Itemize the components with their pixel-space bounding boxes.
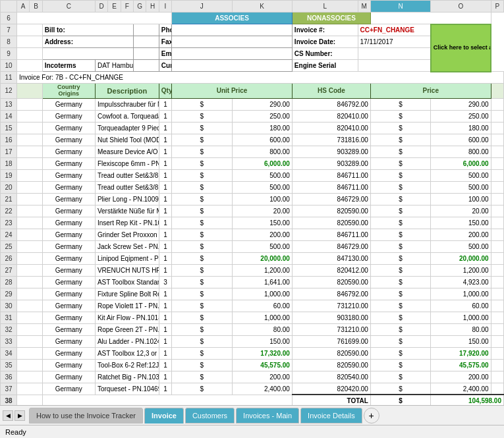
item-qty: 1: [159, 240, 171, 252]
row-9: 9: [1, 48, 17, 60]
row-num: 36: [1, 371, 17, 383]
row-num: 14: [1, 110, 17, 122]
table-row: 16 Germany Nut Shield Tool (MOD 6) - PN.…: [1, 134, 504, 146]
item-country: Germany: [42, 217, 95, 229]
item-description: Nut Shield Tool (MOD 6) - PN.1009562: [95, 134, 159, 146]
item-dollar1: $: [172, 335, 232, 347]
add-sheet-button[interactable]: +: [364, 408, 379, 424]
tab-invoice-details[interactable]: Invoice Details: [300, 408, 362, 424]
row-num: 32: [1, 323, 17, 335]
item-unit-price: 500.00: [232, 240, 292, 252]
item-dollar2: $: [370, 264, 430, 276]
item-country: Germany: [42, 169, 95, 181]
item-dollar1: $: [172, 229, 232, 240]
item-hs-code: 731210.00: [292, 323, 370, 335]
item-hs-code: 820590.00: [292, 276, 370, 288]
item-unit-price: 100.00: [232, 193, 292, 205]
item-dollar2: $: [370, 252, 430, 264]
tab-how-to[interactable]: How to use the Invoice Tracker: [29, 408, 143, 424]
item-country: Germany: [42, 347, 95, 359]
item-unit-price: 200.00: [232, 229, 292, 240]
table-row: 26 Germany Linipod Eqipment - PN.1013216…: [1, 252, 504, 264]
row-num: 18: [1, 157, 17, 169]
item-dollar1: $: [172, 110, 232, 122]
col-header-n: N: [370, 1, 430, 13]
item-qty: 1: [159, 122, 171, 134]
item-unit-price: 1,200.00: [232, 264, 292, 276]
item-description: Flexiscope 6mm - PN.1009628: [95, 157, 159, 169]
item-country: Germany: [42, 146, 95, 157]
item-price: 180.00: [431, 122, 491, 134]
email-label: Email:: [159, 48, 171, 60]
row-num: 37: [1, 383, 17, 395]
item-qty: 1: [159, 157, 171, 169]
table-row: 33 Germany Alu Ladder - PN.1024227 1 $ 1…: [1, 335, 504, 347]
item-qty: 1: [159, 134, 171, 146]
col-header-e: E: [108, 1, 121, 13]
table-row: 36 Germany Ratchet Big - PN.1030893 1 $ …: [1, 371, 504, 383]
item-qty: 1: [159, 264, 171, 276]
row-num: 28: [1, 276, 17, 288]
item-unit-price: 150.00: [232, 217, 292, 229]
cs-num-label: CS Number:: [292, 48, 358, 60]
item-dollar1: $: [172, 181, 232, 193]
col-header-o: O: [431, 1, 491, 13]
item-hs-code: 846792.00: [292, 98, 370, 110]
item-description: AST Toolbox 12,3 or 4 - PN.1025162: [95, 347, 159, 359]
item-unit-price: 200.00: [232, 371, 292, 383]
item-price: 60.00: [431, 300, 491, 312]
invoice-date-value: 17/11/2017: [358, 36, 431, 48]
item-price: 290.00: [431, 98, 491, 110]
item-hs-code: 846729.00: [292, 193, 370, 205]
item-dollar1: $: [172, 383, 232, 395]
item-country: Germany: [42, 229, 95, 240]
item-price: 2,400.00: [431, 383, 491, 395]
tab-bar: ◀ ▶ How to use the Invoice Tracker Invoi…: [0, 405, 504, 425]
item-description: Linipod Eqipment - PN.1013216: [95, 252, 159, 264]
row-num: 24: [1, 229, 17, 240]
item-qty: 1: [159, 229, 171, 240]
fax-label: Fax:: [159, 36, 171, 48]
table-row: 27 Germany VRENUCH NUTS HPTR TO HPCR - P…: [1, 264, 504, 276]
item-dollar2: $: [370, 157, 430, 169]
item-dollar1: $: [172, 276, 232, 288]
col-header-qty: Qty: [159, 84, 171, 99]
item-hs-code: 820410.00: [292, 122, 370, 134]
item-country: Germany: [42, 264, 95, 276]
bill-to-label: Bill to:: [42, 24, 133, 36]
scroll-left-arrow[interactable]: ◀: [3, 410, 13, 421]
item-dollar1: $: [172, 264, 232, 276]
item-unit-price: 1,000.00: [232, 288, 292, 300]
tab-customers[interactable]: Customers: [185, 408, 235, 424]
item-dollar2: $: [370, 98, 430, 110]
address-label: Address:: [42, 36, 133, 48]
item-dollar2: $: [370, 288, 430, 300]
item-country: Germany: [42, 98, 95, 110]
scroll-right-arrow[interactable]: ▶: [14, 410, 25, 421]
item-description: Rope Violett 1T - PN.1017852: [95, 300, 159, 312]
item-description: Impulsschrauber für Mod 6 - PN.1005343: [95, 98, 159, 110]
item-country: Germany: [42, 288, 95, 300]
row-8: 8: [1, 36, 17, 48]
col-header-i: I: [159, 1, 171, 13]
item-dollar2: $: [370, 359, 430, 371]
tab-scroll-arrows[interactable]: ◀ ▶: [3, 410, 25, 421]
table-row: 29 Germany Fixture Spline Bolt Remove - …: [1, 288, 504, 300]
item-unit-price: 17,320.00: [232, 347, 292, 359]
invoice-for: Invoice For: 7B - CC+FN_CHANGE: [16, 72, 503, 84]
row-num: 29: [1, 288, 17, 300]
tooltip-cell[interactable]: Click here to select an Invoice # from t…: [431, 24, 491, 72]
item-dollar1: $: [172, 252, 232, 264]
item-description: AST Toolbox Standart - PN.1014936: [95, 276, 159, 288]
item-price: 250.00: [431, 110, 491, 122]
status-bar: Ready: [0, 425, 504, 438]
table-row: 14 Germany Cowfoot a. Torqueadapter Set …: [1, 110, 504, 122]
table-row: 23 Germany Insert Rep Kit - PN.1010017 1…: [1, 217, 504, 229]
item-unit-price: 1,641.00: [232, 276, 292, 288]
item-qty: 1: [159, 335, 171, 347]
item-country: Germany: [42, 300, 95, 312]
tab-invoice[interactable]: Invoice: [144, 408, 184, 424]
tab-invoices-main[interactable]: Invoices - Main: [236, 408, 299, 424]
item-description: Rope Green 2T - PN.1019714: [95, 323, 159, 335]
item-dollar1: $: [172, 240, 232, 252]
